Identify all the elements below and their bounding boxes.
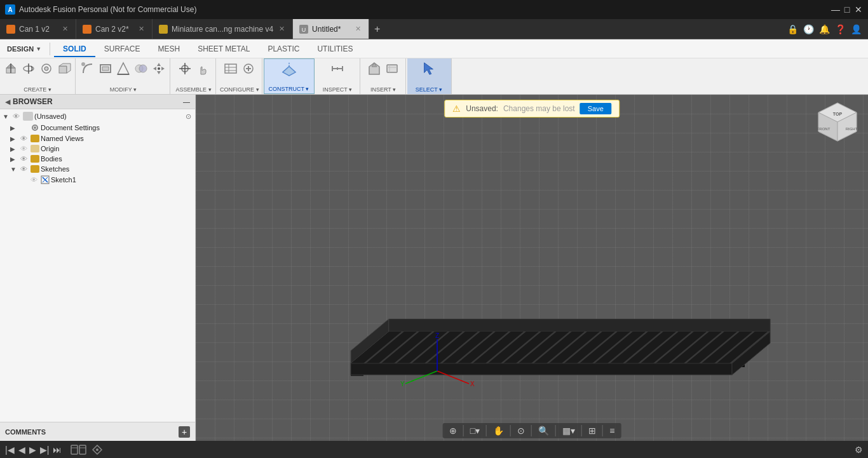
vb-table-button[interactable]: ⊞ — [586, 424, 599, 437]
tree-vis-origin[interactable]: 👁 — [20, 145, 29, 152]
tree-arrow-root: ▼ — [3, 113, 11, 120]
insert-group: INSERT ▾ — [362, 58, 406, 94]
vb-look-button[interactable]: ⊙ — [515, 424, 527, 437]
configure-group: CONFIGURE ▾ — [217, 58, 262, 94]
add-comment-button[interactable]: + — [179, 426, 190, 438]
tree-vis-sketches[interactable]: 👁 — [20, 165, 29, 173]
main-area: ◀ BROWSER — ▼ 👁 (Unsaved) ⊙ ▶ Document S… — [0, 95, 868, 441]
tab-sheet-metal[interactable]: SHEET METAL — [189, 42, 259, 57]
vb-snap-button[interactable]: ⊕ — [447, 424, 459, 437]
construct-plane-tool[interactable] — [281, 61, 297, 77]
vb-grid-button[interactable]: ▦▾ — [560, 424, 578, 437]
close-button[interactable]: ✕ — [854, 5, 863, 14]
tab-utilities[interactable]: UTILITIES — [308, 42, 362, 57]
tab-plastic[interactable]: PLASTIC — [259, 42, 308, 57]
svg-point-159 — [96, 448, 98, 451]
modify-shell-tool[interactable] — [97, 60, 114, 77]
tree-vis-bodies[interactable]: 👁 — [20, 155, 29, 163]
tree-item-sketch1[interactable]: 👁 Sketch1 — [0, 174, 195, 185]
svg-text:Y: Y — [400, 381, 405, 387]
tab-close-miniature[interactable]: ✕ — [277, 25, 286, 34]
vb-orbit-button[interactable]: ✋ — [491, 424, 506, 437]
svg-marker-15 — [118, 63, 129, 74]
vb-sep2 — [486, 425, 487, 436]
mode-tabs: SOLID SURFACE MESH SHEET METAL PLASTIC U… — [54, 40, 362, 58]
playback-next-button[interactable]: ▶| — [40, 445, 50, 455]
minimize-button[interactable]: — — [831, 5, 840, 14]
inspect-measure-tool[interactable] — [329, 60, 346, 77]
assemble-hand-tool[interactable] — [194, 60, 211, 77]
tab-surface[interactable]: SURFACE — [95, 42, 149, 57]
tab-close-can2[interactable]: ✕ — [137, 25, 146, 34]
maximize-button[interactable]: □ — [843, 5, 851, 14]
tab-bell-icon: 🔔 — [819, 24, 830, 34]
tree-vis-root[interactable]: 👁 — [13, 112, 22, 120]
save-button[interactable]: Save — [580, 103, 611, 114]
construct-group: CONSTRUCT ▾ — [264, 58, 315, 94]
vb-menu-button[interactable]: ≡ — [607, 424, 617, 437]
design-menu-button[interactable]: DESIGN ▼ — [3, 43, 46, 55]
create-hole-tool[interactable] — [38, 60, 55, 77]
vb-sep6 — [581, 425, 582, 436]
insert-decal-tool[interactable] — [366, 60, 383, 77]
tab-untitled[interactable]: U Untitled* ✕ — [293, 19, 369, 39]
configure-table-tool[interactable] — [222, 60, 239, 77]
tree-vis-namedviews[interactable]: 👁 — [20, 135, 29, 142]
configure-add-tool[interactable] — [240, 60, 257, 77]
vb-display-button[interactable]: □▾ — [468, 424, 482, 437]
tab-miniature[interactable]: Miniature can...ng machine v4 ✕ — [153, 19, 293, 39]
tab-new-button[interactable]: + — [369, 19, 385, 39]
tree-item-sketches[interactable]: ▼ 👁 Sketches — [0, 164, 195, 174]
assemble-joint-tool[interactable] — [177, 60, 193, 77]
tree-label-docsettings: Document Settings — [41, 124, 193, 131]
comments-label[interactable]: COMMENTS — [5, 428, 46, 436]
construct-label: CONSTRUCT ▾ — [269, 86, 309, 92]
insert-canvas-tool[interactable] — [384, 60, 400, 77]
tab-solid[interactable]: SOLID — [54, 42, 95, 57]
tree-item-root[interactable]: ▼ 👁 (Unsaved) ⊙ — [0, 111, 195, 122]
playback-settings-button[interactable]: ⚙ — [855, 445, 863, 455]
tab-user-icon[interactable]: 👤 — [851, 24, 862, 34]
timeline-frame-icon — [71, 443, 87, 456]
tree-item-docsettings[interactable]: ▶ Document Settings — [0, 122, 195, 133]
viewcube[interactable]: TOP FRONT RIGHT — [812, 100, 863, 151]
tree-action-root[interactable]: ⊙ — [184, 112, 193, 121]
browser-minimize-button[interactable]: — — [183, 98, 190, 105]
toolbar-area: DESIGN ▼ SOLID SURFACE MESH SHEET METAL … — [0, 39, 868, 95]
tab-can1[interactable]: Can 1 v2 ✕ — [0, 19, 76, 39]
viewcube-svg[interactable]: TOP FRONT RIGHT — [812, 100, 863, 151]
tree-vis-sketch1[interactable]: 👁 — [31, 176, 39, 184]
playback-first-button[interactable]: |◀ — [5, 445, 15, 455]
playback-play-button[interactable]: ▶ — [29, 445, 36, 455]
collapse-browser-button[interactable]: ◀ — [5, 98, 10, 106]
create-box-tool[interactable] — [56, 60, 72, 77]
assemble-label: ASSEMBLE ▾ — [175, 86, 211, 93]
svg-marker-69 — [389, 319, 770, 332]
modify-fillet-tool[interactable] — [79, 60, 96, 77]
tree-item-namedviews[interactable]: ▶ 👁 Named Views — [0, 133, 195, 144]
tab-mesh[interactable]: MESH — [149, 42, 189, 57]
viewport[interactable]: ⚠ Unsaved: Changes may be lost Save TOP … — [196, 95, 868, 441]
vb-zoom-button[interactable]: 🔍 — [536, 424, 552, 437]
modify-combine-tool[interactable] — [133, 60, 149, 77]
modify-scale-tool[interactable] — [115, 60, 132, 77]
configure-label: CONFIGURE ▾ — [220, 86, 259, 93]
tab-help-icon[interactable]: ❓ — [835, 24, 846, 34]
create-revolve-tool[interactable] — [20, 60, 37, 77]
create-extrude-tool[interactable] — [3, 60, 19, 77]
titlebar-controls: — □ ✕ — [831, 5, 863, 14]
tree-item-bodies[interactable]: ▶ 👁 Bodies — [0, 154, 195, 164]
playback-prev-button[interactable]: ◀ — [18, 445, 25, 455]
select-tool[interactable] — [421, 60, 437, 77]
inspect-label: INSPECT ▾ — [323, 86, 352, 93]
playback-last-button[interactable]: ⏭ — [53, 445, 62, 455]
app-icon: A — [5, 4, 15, 15]
tab-clock-icon: 🕐 — [803, 24, 814, 34]
tree-item-origin[interactable]: ▶ 👁 Origin — [0, 144, 195, 154]
tab-can2[interactable]: Can 2 v2* ✕ — [76, 19, 153, 39]
assemble-group: ASSEMBLE ▾ — [172, 58, 216, 94]
tab-close-can1[interactable]: ✕ — [60, 25, 69, 34]
tab-close-untitled[interactable]: ✕ — [353, 25, 362, 34]
tree-label-origin: Origin — [41, 145, 193, 152]
modify-move-tool[interactable] — [151, 60, 167, 77]
